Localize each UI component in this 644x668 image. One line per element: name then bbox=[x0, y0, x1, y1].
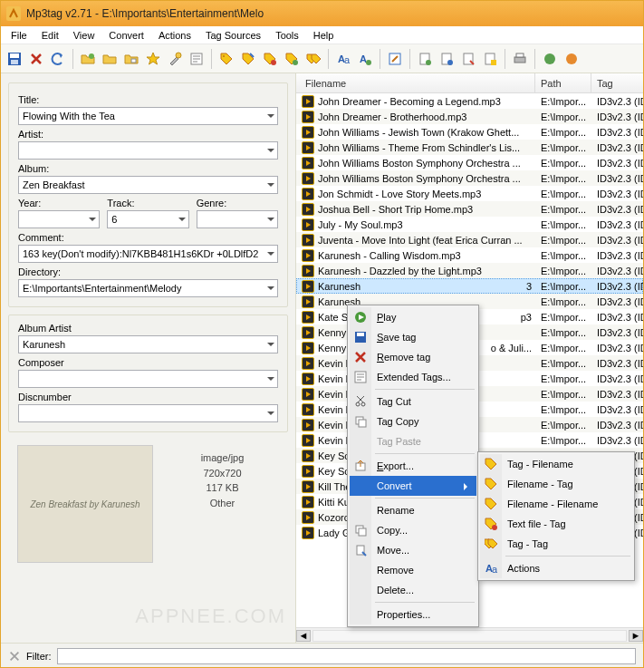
ctx-move[interactable]: Move... bbox=[350, 540, 476, 560]
scroll-left-icon[interactable]: ◄ bbox=[296, 630, 311, 642]
tools-icon[interactable] bbox=[165, 49, 185, 69]
audio-file-icon bbox=[302, 234, 314, 247]
actions-a-icon[interactable]: Aa bbox=[333, 49, 353, 69]
composer-input[interactable] bbox=[18, 370, 278, 388]
save-icon[interactable] bbox=[5, 49, 24, 69]
sub-actions[interactable]: AaActions bbox=[480, 558, 632, 578]
ext-tags-icon[interactable] bbox=[187, 49, 207, 69]
copy-file-icon bbox=[353, 523, 368, 537]
ctx-rename[interactable]: Rename bbox=[350, 500, 476, 520]
ctx-convert[interactable]: Convert bbox=[350, 476, 476, 496]
ctx-tag-cut[interactable]: Tag Cut bbox=[350, 392, 476, 411]
table-row[interactable]: Karunesh3E:\Impor...ID3v2.3 (ID bbox=[296, 278, 643, 294]
sub-filename-filename[interactable]: Filename - Filename bbox=[480, 494, 632, 514]
folder-open-icon[interactable] bbox=[78, 49, 98, 69]
table-row[interactable]: John Williams Boston Symphony Orchestra … bbox=[296, 170, 643, 186]
ctx-play[interactable]: Play bbox=[350, 307, 476, 327]
doc4-icon[interactable] bbox=[480, 49, 500, 69]
table-row[interactable]: John Williams - Theme From Schindler's L… bbox=[296, 140, 643, 155]
table-row[interactable]: Jon Schmidt - Love Story Meets.mp3E:\Imp… bbox=[296, 186, 643, 201]
column-header[interactable]: Filename Path Tag bbox=[296, 73, 643, 93]
doc3-icon[interactable] bbox=[458, 49, 478, 69]
folder-playlist-icon[interactable] bbox=[121, 49, 141, 69]
table-row[interactable]: July - My Soul.mp3E:\Impor...ID3v2.3 (ID bbox=[296, 217, 643, 232]
title-input[interactable] bbox=[18, 107, 278, 125]
filename-text: Jon Schmidt - Love Story Meets.mp3 bbox=[318, 189, 481, 199]
col-tag[interactable]: Tag bbox=[591, 73, 643, 92]
tag-tag-icon[interactable] bbox=[303, 49, 323, 69]
delete-icon[interactable] bbox=[26, 49, 46, 69]
filename-tag-icon[interactable] bbox=[238, 49, 258, 69]
filter-clear-icon[interactable] bbox=[8, 650, 21, 663]
ctx-delete[interactable]: Delete... bbox=[350, 580, 476, 600]
globe-green-icon[interactable] bbox=[540, 49, 560, 69]
col-filename[interactable]: Filename bbox=[296, 73, 535, 92]
menu-file[interactable]: File bbox=[5, 28, 34, 43]
scroll-right-icon[interactable]: ► bbox=[629, 630, 643, 642]
star-icon[interactable] bbox=[143, 49, 163, 69]
sub-textfile-tag[interactable]: Text file - Tag bbox=[480, 514, 632, 534]
col-path[interactable]: Path bbox=[535, 73, 591, 92]
context-menu[interactable]: Play Save tag Remove tag Extended Tags..… bbox=[347, 305, 479, 627]
composer-label: Composer bbox=[18, 357, 278, 368]
filter-input[interactable] bbox=[57, 648, 637, 664]
menu-tools[interactable]: Tools bbox=[269, 28, 305, 43]
svg-point-31 bbox=[356, 402, 360, 406]
convert-submenu[interactable]: Tag - Filename Filename - Tag Filename -… bbox=[477, 451, 635, 581]
sub-filename-tag[interactable]: Filename - Tag bbox=[480, 474, 632, 494]
sub-tag-filename[interactable]: Tag - Filename bbox=[480, 454, 632, 474]
menu-tag-sources[interactable]: Tag Sources bbox=[199, 28, 267, 43]
table-row[interactable]: John Dreamer - Brotherhood.mp3E:\Impor..… bbox=[296, 109, 643, 124]
ctx-remove-file[interactable]: Remove bbox=[350, 560, 476, 580]
artist-label: Artist: bbox=[18, 129, 278, 140]
doc2-icon[interactable] bbox=[437, 49, 457, 69]
horizontal-scrollbar[interactable]: ◄ ► bbox=[296, 627, 643, 643]
ctx-tag-copy[interactable]: Tag Copy bbox=[350, 411, 476, 431]
track-input[interactable] bbox=[107, 210, 188, 228]
menu-view[interactable]: View bbox=[67, 28, 101, 43]
artist-input[interactable] bbox=[18, 141, 278, 160]
doc1-icon[interactable] bbox=[415, 49, 435, 69]
print-icon[interactable] bbox=[510, 49, 530, 69]
year-input[interactable] bbox=[18, 210, 100, 228]
discnumber-input[interactable] bbox=[18, 404, 278, 422]
comment-input[interactable] bbox=[18, 245, 278, 263]
table-row[interactable]: Joshua Bell - Short Trip Home.mp3E:\Impo… bbox=[296, 201, 643, 217]
path-text: E:\Impor... bbox=[535, 266, 591, 276]
ctx-export[interactable]: Export... bbox=[350, 456, 476, 476]
directory-input[interactable] bbox=[18, 279, 278, 297]
ctx-extended-tags[interactable]: Extended Tags... bbox=[350, 367, 476, 387]
audio-file-icon bbox=[302, 419, 314, 431]
textfile-tag-icon[interactable] bbox=[282, 49, 302, 69]
ctx-copy-file[interactable]: Copy... bbox=[350, 520, 476, 540]
ctx-properties[interactable]: Properties... bbox=[350, 605, 476, 624]
table-row[interactable]: John Williams Boston Symphony Orchestra … bbox=[296, 155, 643, 170]
table-row[interactable]: John Williams - Jewish Town (Krakow Ghet… bbox=[296, 124, 643, 140]
menu-actions[interactable]: Actions bbox=[152, 28, 197, 43]
sub-tag-tag[interactable]: Tag - Tag bbox=[480, 534, 632, 554]
menu-help[interactable]: Help bbox=[307, 28, 341, 43]
edit-icon[interactable] bbox=[385, 49, 405, 69]
albumartist-input[interactable] bbox=[18, 335, 278, 353]
ctx-tag-paste: Tag Paste bbox=[350, 431, 476, 451]
table-row[interactable]: Karunesh - Dazzled by the Light.mp3E:\Im… bbox=[296, 263, 643, 278]
ctx-save-tag[interactable]: Save tag bbox=[350, 327, 476, 347]
table-row[interactable]: Juventa - Move Into Light (feat Erica Cu… bbox=[296, 232, 643, 247]
menu-edit[interactable]: Edit bbox=[35, 28, 65, 43]
title-label: Title: bbox=[18, 94, 278, 105]
folder-icon[interactable] bbox=[100, 49, 120, 69]
genre-input[interactable] bbox=[197, 210, 278, 228]
table-row[interactable]: Karunesh - Calling Wisdom.mp3E:\Impor...… bbox=[296, 247, 643, 263]
ctx-remove-tag[interactable]: Remove tag bbox=[350, 347, 476, 367]
table-row[interactable]: John Dreamer - Becoming a Legend.mp3E:\I… bbox=[296, 93, 643, 109]
album-art[interactable]: Zen Breakfast by Karunesh bbox=[17, 445, 153, 563]
album-input[interactable] bbox=[18, 176, 278, 194]
tag-icon bbox=[484, 477, 498, 491]
tag-filename-icon[interactable] bbox=[216, 49, 236, 69]
actions-quick-icon[interactable]: A bbox=[355, 49, 375, 69]
undo-icon[interactable] bbox=[48, 49, 68, 69]
globe-orange-icon[interactable] bbox=[562, 49, 582, 69]
actions-icon: Aa bbox=[484, 561, 498, 576]
menu-convert[interactable]: Convert bbox=[102, 28, 150, 43]
filename-filename-icon[interactable] bbox=[260, 49, 280, 69]
